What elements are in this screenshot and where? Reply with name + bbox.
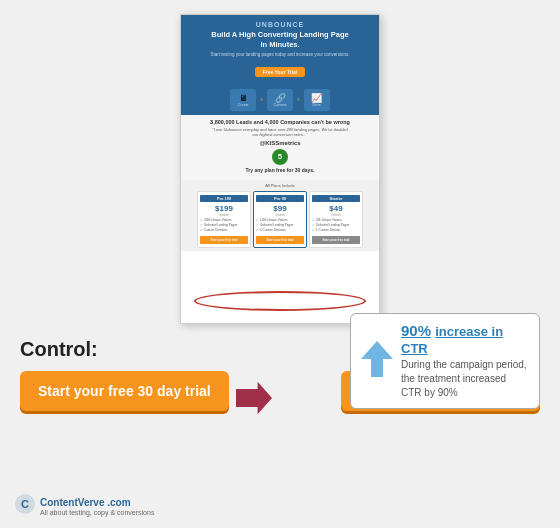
plan-name-pro99: Pro 99 <box>256 195 304 202</box>
plan-btn-starter[interactable]: Start your free trial <box>312 236 360 244</box>
result-text-block: 90% increase in CTR During the campaign … <box>401 322 529 400</box>
plan-card-starter: Starter $49 /month 50k Unique Visitors U… <box>309 191 363 248</box>
plan-feature-9: 1 Custom Domain <box>312 228 360 232</box>
lp-icon-connect: 🔗 Connect <box>267 89 293 111</box>
main-container: unbounce Build A High Converting Landing… <box>0 0 560 528</box>
plan-name-pro199: Pro 199 <box>200 195 248 202</box>
lp-icons-row: 🖥 Create › 🔗 Connect › 📈 Drive <box>181 85 379 115</box>
plans-header: All Plans Include <box>185 183 375 188</box>
plan-btn-pro199[interactable]: Start your free trial <box>200 236 248 244</box>
landing-page-screenshot: unbounce Build A High Converting Landing… <box>180 14 380 324</box>
plan-feature-8: Unlimited Landing Pages <box>312 223 360 227</box>
plan-feature-6: 5 Custom Domains <box>256 228 304 232</box>
control-side: Control: Start your free 30 day trial <box>20 338 229 411</box>
contentverve-icon: C <box>14 493 36 520</box>
result-badge: 90% increase in CTR During the campaign … <box>350 313 540 409</box>
contentverve-logo: C ContentVerve .com All about testing, c… <box>14 493 154 520</box>
result-description: During the campaign period, the treatmen… <box>401 358 529 400</box>
plan-feature-5: Unlimited Landing Pages <box>256 223 304 227</box>
create-icon: 🖥 <box>239 93 248 103</box>
kiss-metrics-logo: @KISSmetrics <box>187 140 373 146</box>
free-trial-badge: 5 Try any plan free for 30 days. <box>187 149 373 173</box>
plan-price-sub-pro199: /month <box>200 213 248 217</box>
control-cta-button[interactable]: Start your free 30 day trial <box>20 371 229 411</box>
arrow-container <box>229 380 279 416</box>
oval-highlight <box>194 291 366 311</box>
lp-arrow-2: › <box>297 95 300 104</box>
testimonial-quote: "I use Unbounce everyday and have over 2… <box>187 127 373 138</box>
result-percent: 90% increase in CTR <box>401 322 529 356</box>
plan-feature-2: Unlimited Landing Pages <box>200 223 248 227</box>
lp-icon-create: 🖥 Create <box>230 89 256 111</box>
connect-icon: 🔗 <box>275 93 286 103</box>
svg-text:C: C <box>21 498 29 510</box>
result-percent-value: 90% <box>401 322 431 339</box>
badge-number: 5 <box>272 149 288 165</box>
plan-name-starter: Starter <box>312 195 360 202</box>
plan-price-sub-pro99: /month <box>256 213 304 217</box>
lp-arrow-1: › <box>260 95 263 104</box>
lp-icon-drive: 📈 Drive <box>304 89 330 111</box>
drive-icon: 📈 <box>311 93 322 103</box>
lp-plans-section: All Plans Include Pro 199 $199 /month 50… <box>181 180 379 251</box>
svg-marker-0 <box>236 382 272 414</box>
plan-card-pro99: Pro 99 $99 /month 100k Unique Visitors U… <box>253 191 307 248</box>
lp-header: unbounce Build A High Converting Landing… <box>181 15 379 85</box>
plan-feature-3: Custom Domains <box>200 228 248 232</box>
plan-price-sub-starter: /month <box>312 213 360 217</box>
up-arrow-icon <box>361 341 393 382</box>
brand-tagline: All about testing, copy & conversions <box>40 509 154 516</box>
lp-cta-button[interactable]: Free Your Trial <box>255 67 306 77</box>
plan-price-starter: $49 <box>312 204 360 213</box>
control-label: Control: <box>20 338 98 361</box>
plan-feature-7: 50k Unique Visitors <box>312 218 360 222</box>
contentverve-brand: ContentVerve .com All about testing, cop… <box>40 497 154 516</box>
right-arrow-icon <box>236 380 272 416</box>
brand-name: ContentVerve .com <box>40 497 154 509</box>
lp-subtitle: Start testing your landing pages today a… <box>185 52 375 57</box>
plan-feature-1: 500k Unique Visitors <box>200 218 248 222</box>
plan-price-pro199: $199 <box>200 204 248 213</box>
lp-body: 3,800,000 Leads and 4,000 Companies can'… <box>181 115 379 180</box>
social-proof-text: 3,800,000 Leads and 4,000 Companies can'… <box>187 119 373 125</box>
plan-price-pro99: $99 <box>256 204 304 213</box>
lp-title: Build A High Converting Landing PageIn M… <box>185 30 375 50</box>
plan-btn-pro99[interactable]: Start your free trial <box>256 236 304 244</box>
badge-text: Try any plan free for 30 days. <box>246 167 315 173</box>
plans-row: Pro 199 $199 /month 500k Unique Visitors… <box>185 191 375 248</box>
svg-marker-1 <box>361 341 393 377</box>
lp-logo: unbounce <box>185 21 375 28</box>
plan-feature-4: 100k Unique Visitors <box>256 218 304 222</box>
treatment-side: Treatment: Start my free 30 day trial 90… <box>279 338 540 411</box>
plan-card-pro199: Pro 199 $199 /month 500k Unique Visitors… <box>197 191 251 248</box>
